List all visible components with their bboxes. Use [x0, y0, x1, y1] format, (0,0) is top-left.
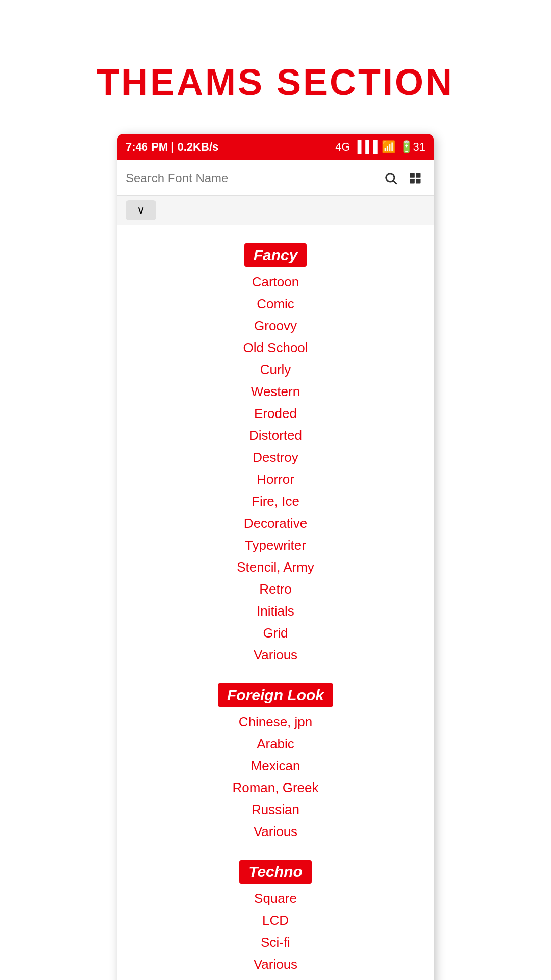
- list-item[interactable]: Typewriter: [117, 535, 434, 555]
- category-section-foreign-look: Foreign Look Chinese, jpn Arabic Mexican…: [117, 675, 434, 842]
- svg-point-0: [386, 173, 394, 181]
- search-bar: [117, 160, 434, 196]
- svg-line-1: [393, 181, 396, 184]
- phone-content: Fancy Cartoon Comic Groovy Old School Cu…: [117, 225, 434, 980]
- list-item[interactable]: Eroded: [117, 404, 434, 424]
- page-header: THEAMS SECTION: [97, 61, 454, 103]
- phone-frame: 7:46 PM | 0.2KB/s 4G ▐▐▐ 📶 🔋31 ∨: [117, 134, 434, 980]
- svg-rect-4: [410, 179, 415, 183]
- category-section-techno: Techno Square LCD Sci-fi Various: [117, 852, 434, 974]
- list-item[interactable]: Fire, Ice: [117, 492, 434, 511]
- status-signal: 4G ▐▐▐: [335, 140, 377, 154]
- list-item[interactable]: Initials: [117, 601, 434, 621]
- svg-rect-5: [416, 179, 420, 183]
- list-item[interactable]: Chinese, jpn: [117, 712, 434, 732]
- list-item[interactable]: Various: [117, 822, 434, 842]
- page-title: THEAMS SECTION: [97, 61, 454, 103]
- category-header-foreign-look[interactable]: Foreign Look: [218, 683, 333, 707]
- dropdown-arrow-icon: ∨: [137, 204, 145, 217]
- list-item[interactable]: Western: [117, 382, 434, 402]
- list-item[interactable]: Grid: [117, 623, 434, 643]
- category-header-fancy[interactable]: Fancy: [244, 243, 307, 267]
- list-item[interactable]: Sci-fi: [117, 933, 434, 952]
- grid-view-button[interactable]: [405, 168, 425, 188]
- list-item[interactable]: Roman, Greek: [117, 778, 434, 798]
- search-button[interactable]: [381, 168, 401, 188]
- content-area[interactable]: Fancy Cartoon Comic Groovy Old School Cu…: [117, 225, 434, 980]
- list-item[interactable]: Curly: [117, 360, 434, 380]
- category-header-techno[interactable]: Techno: [239, 860, 312, 884]
- search-input[interactable]: [126, 171, 377, 185]
- status-bar: 7:46 PM | 0.2KB/s 4G ▐▐▐ 📶 🔋31: [117, 134, 434, 160]
- svg-rect-2: [410, 173, 415, 177]
- list-item[interactable]: LCD: [117, 911, 434, 930]
- category-section-fancy: Fancy Cartoon Comic Groovy Old School Cu…: [117, 235, 434, 665]
- list-item[interactable]: Distorted: [117, 426, 434, 446]
- dropdown-button[interactable]: ∨: [126, 200, 156, 220]
- list-item[interactable]: Old School: [117, 338, 434, 358]
- category-items-fancy: Cartoon Comic Groovy Old School Curly We…: [117, 272, 434, 665]
- list-item[interactable]: Destroy: [117, 448, 434, 468]
- status-time: 7:46 PM | 0.2KB/s: [126, 140, 218, 154]
- list-item[interactable]: Various: [117, 645, 434, 665]
- list-item[interactable]: Cartoon: [117, 272, 434, 292]
- list-item[interactable]: Groovy: [117, 316, 434, 336]
- list-item[interactable]: Decorative: [117, 513, 434, 533]
- list-item[interactable]: Retro: [117, 579, 434, 599]
- category-items-techno: Square LCD Sci-fi Various: [117, 889, 434, 974]
- list-item[interactable]: Russian: [117, 800, 434, 820]
- category-items-foreign-look: Chinese, jpn Arabic Mexican Roman, Greek…: [117, 712, 434, 842]
- status-wifi: 📶: [382, 140, 395, 154]
- dropdown-row: ∨: [117, 196, 434, 225]
- list-item[interactable]: Comic: [117, 294, 434, 314]
- list-item[interactable]: Arabic: [117, 734, 434, 754]
- list-item[interactable]: Horror: [117, 470, 434, 489]
- list-item[interactable]: Mexican: [117, 756, 434, 776]
- list-item[interactable]: Stencil, Army: [117, 557, 434, 577]
- svg-rect-3: [416, 173, 420, 177]
- list-item[interactable]: Various: [117, 954, 434, 974]
- list-item[interactable]: Square: [117, 889, 434, 909]
- status-battery: 🔋31: [399, 140, 425, 154]
- status-icons: 4G ▐▐▐ 📶 🔋31: [335, 140, 425, 154]
